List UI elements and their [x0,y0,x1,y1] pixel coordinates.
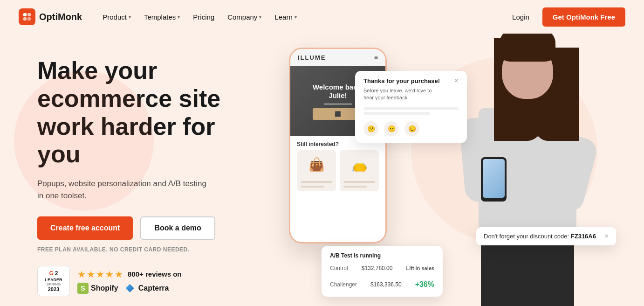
card-feedback-header: Thanks for your purchase! ✕ [363,77,459,84]
g2-logo: G2 [49,270,58,277]
emoji-row: 😕 😐 😊 [363,121,459,136]
discount-code: FZ316A6 [571,233,596,240]
card-discount: Don't forget your discount code: FZ316A6… [476,227,616,245]
ab-lift-label: Lift in sales [406,265,434,271]
product-1-line2 [301,186,324,188]
emoji-happy[interactable]: 😊 [404,121,419,136]
card-feedback: Thanks for your purchase! ✕ Before you l… [355,71,467,143]
templates-chevron-icon: ▾ [178,14,180,20]
feedback-line-2 [363,112,430,115]
hamburger-icon: ≡ [374,54,378,61]
banner-divider [324,104,352,104]
product-chevron-icon: ▾ [129,14,131,20]
product-1-img: 👜 [297,150,336,178]
create-free-account-button[interactable]: Create free account [37,216,133,240]
navbar: OptiMonk Product ▾ Templates ▾ Pricing C… [0,0,644,34]
ab-control-row: Control $132,780.00 Lift in sales [330,264,434,273]
hero-buttons: Create free account Book a demo [37,216,261,240]
company-chevron-icon: ▾ [259,14,261,20]
stars-row: ★★★★★ 800+ reviews on [77,269,182,280]
phone-product-1: 👜 [297,150,336,191]
card-ab: A/B Test is running Control $132,780.00 … [322,246,443,297]
ab-challenger-row: Challenger $163,336.50 +36% [330,279,434,290]
card-feedback-close-icon[interactable]: ✕ [454,77,459,84]
ab-lift-value: +36% [415,280,434,289]
product-2-line2 [343,186,367,188]
g2-season-label: SPRING [47,282,61,286]
login-button[interactable]: Login [507,9,535,25]
navbar-right: Login Get OptiMonk Free [507,7,625,27]
svg-rect-1 [27,13,31,16]
ab-divider [330,276,434,276]
social-proof: G2 Leader SPRING 2023 ★★★★★ 800+ reviews… [37,266,261,296]
emoji-sad[interactable]: 😕 [363,121,378,136]
card-feedback-title: Thanks for your purchase! [363,77,440,84]
reviews-count: 800+ reviews on [128,270,182,278]
nav-company[interactable]: Company ▾ [222,9,267,25]
card-feedback-text: Before you leave, we'd love tohear your … [363,87,459,102]
shopify-logo: S Shopify [77,283,118,294]
discount-text: Don't forget your discount code: FZ316A6 [484,233,596,240]
star-icons: ★★★★★ [77,269,124,280]
g2-badge: G2 Leader SPRING 2023 [37,266,70,296]
svg-rect-3 [27,17,31,21]
ab-control-value: $132,780.00 [362,265,393,271]
capterra-logo: Capterra [126,284,169,292]
nav-links: Product ▾ Templates ▾ Pricing Company ▾ … [97,9,302,25]
phone-store-name: ILLUME [298,54,326,61]
ab-challenger-value: $163,336.50 [370,281,402,288]
shopify-icon: S [77,283,89,294]
product-1-line [301,181,332,183]
hero-section: Make your ecommerce site work harder for… [0,34,644,306]
deco-circle-1 [14,71,154,211]
platform-logos: S Shopify Capterra [77,283,182,294]
ab-test-title: A/B Test is running [330,252,434,259]
nav-learn[interactable]: Learn ▾ [269,9,302,25]
person-hair-top [500,34,555,62]
phone-products: 👜 👝 [290,150,385,191]
svg-rect-0 [23,13,27,16]
reviews-info: ★★★★★ 800+ reviews on S Shopify Capterra [77,269,182,294]
g2-year-label: 2023 [48,286,59,292]
phone-screen [483,159,505,198]
get-optimonk-free-button[interactable]: Get OptiMonk Free [542,7,625,27]
hero-right: ILLUME ≡ Welcome back,Julie! ⬛ Still int… [261,43,625,306]
discount-close-icon[interactable]: ✕ [604,233,609,239]
free-plan-note: FREE PLAN AVAILABLE. NO CREDIT CARD NEED… [37,246,261,253]
svg-rect-2 [23,17,27,21]
phone-product-2: 👝 [340,150,379,191]
logo-text: OptiMonk [39,12,82,22]
g2-leader-label: Leader [45,278,62,282]
ab-control-label: Control [330,265,348,271]
nav-product[interactable]: Product ▾ [97,9,137,25]
nav-templates[interactable]: Templates ▾ [138,9,185,25]
product-2-line [343,181,375,183]
emoji-neutral[interactable]: 😐 [384,121,399,136]
feedback-lines [363,107,459,115]
phone-in-hand [481,157,507,202]
capterra-icon [126,284,134,292]
ab-challenger-label: Challenger [330,281,357,288]
book-demo-button[interactable]: Book a demo [140,216,215,240]
nav-pricing[interactable]: Pricing [187,9,220,25]
navbar-left: OptiMonk Product ▾ Templates ▾ Pricing C… [19,8,302,25]
product-2-img: 👝 [340,150,379,178]
learn-chevron-icon: ▾ [295,14,297,20]
logo-icon [19,8,35,25]
logo[interactable]: OptiMonk [19,8,82,25]
feedback-line-1 [363,107,459,110]
phone-header: ILLUME ≡ [290,49,385,66]
